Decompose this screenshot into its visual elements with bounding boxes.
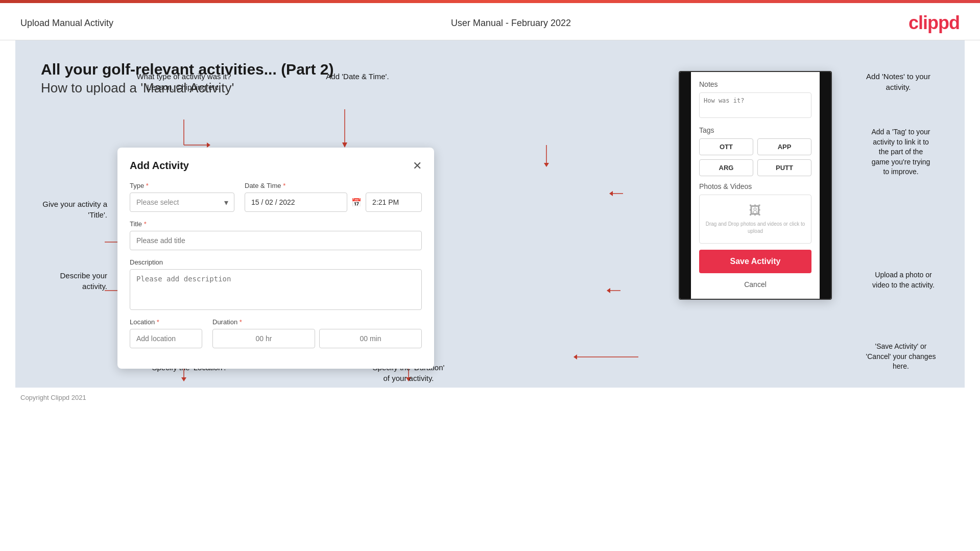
close-button[interactable]: ✕ <box>413 160 422 172</box>
svg-marker-20 <box>544 163 549 167</box>
notes-textarea[interactable] <box>699 92 811 118</box>
annotation-save: 'Save Activity' or'Cancel' your changesh… <box>842 342 960 372</box>
svg-marker-14 <box>181 377 186 381</box>
main-content: All your golf-relevant activities... (Pa… <box>15 40 965 388</box>
photo-icon: 🖼 <box>704 203 807 218</box>
date-input[interactable] <box>245 193 347 212</box>
tag-ott[interactable]: OTT <box>699 138 753 155</box>
annotation-activity-type: What type of activity was it?Lesson, Chi… <box>133 71 235 92</box>
save-activity-button[interactable]: Save Activity <box>699 250 811 273</box>
annotation-title: Give your activity a 'Title'. <box>31 199 107 220</box>
calendar-icon: 📅 <box>351 198 362 207</box>
duration-label: Duration * <box>212 318 422 326</box>
annotation-tag: Add a 'Tag' to youractivity to link it t… <box>847 127 954 177</box>
tags-section-label: Tags <box>699 126 811 134</box>
page-title: Upload Manual Activity <box>20 18 113 29</box>
svg-marker-22 <box>609 191 613 196</box>
manual-title: User Manual - February 2022 <box>451 18 571 29</box>
notes-section-label: Notes <box>699 80 811 88</box>
description-textarea[interactable] <box>130 269 422 310</box>
phone-left-bar <box>680 72 691 299</box>
phone-panel: Notes Tags OTT APP ARG PUTT Photos & Vid… <box>679 71 832 300</box>
datetime-label: Date & Time * <box>245 182 422 189</box>
annotation-description: Describe youractivity. <box>31 270 107 292</box>
svg-marker-26 <box>573 354 577 360</box>
type-select[interactable]: Please select <box>130 193 234 212</box>
dialog-title: Add Activity <box>130 160 189 172</box>
add-activity-dialog: Add Activity ✕ Type * Please select Date… <box>117 148 434 369</box>
annotation-upload: Upload a photo orvideo to the activity. <box>852 270 954 290</box>
svg-marker-2 <box>207 142 210 148</box>
logo: clippd <box>909 12 960 34</box>
phone-right-bar <box>820 72 831 299</box>
annotation-notes: Add 'Notes' to youractivity. <box>847 71 949 92</box>
photo-upload-area[interactable]: 🖼 Drag and Drop photos and videos or cli… <box>699 195 811 244</box>
type-label: Type * <box>130 182 234 189</box>
photo-upload-text: Drag and Drop photos and videos or click… <box>704 221 807 235</box>
time-input[interactable] <box>366 193 422 212</box>
tag-app[interactable]: APP <box>757 138 811 155</box>
copyright: Copyright Clippd 2021 <box>20 394 86 401</box>
description-label: Description <box>130 258 422 266</box>
duration-hr-input[interactable] <box>212 329 315 348</box>
tags-grid: OTT APP ARG PUTT <box>699 138 811 176</box>
tag-arg[interactable]: ARG <box>699 159 753 176</box>
duration-min-input[interactable] <box>319 329 422 348</box>
annotation-datetime: Add 'Date & Time'. <box>306 71 409 82</box>
photos-section-label: Photos & Videos <box>699 182 811 190</box>
location-input[interactable] <box>130 329 202 348</box>
title-label: Title * <box>130 220 422 228</box>
tag-putt[interactable]: PUTT <box>757 159 811 176</box>
title-input[interactable] <box>130 231 422 250</box>
location-label: Location * <box>130 318 202 326</box>
footer: Copyright Clippd 2021 <box>0 388 980 408</box>
svg-marker-24 <box>607 288 610 293</box>
svg-marker-4 <box>342 142 347 148</box>
cancel-button[interactable]: Cancel <box>699 278 811 291</box>
